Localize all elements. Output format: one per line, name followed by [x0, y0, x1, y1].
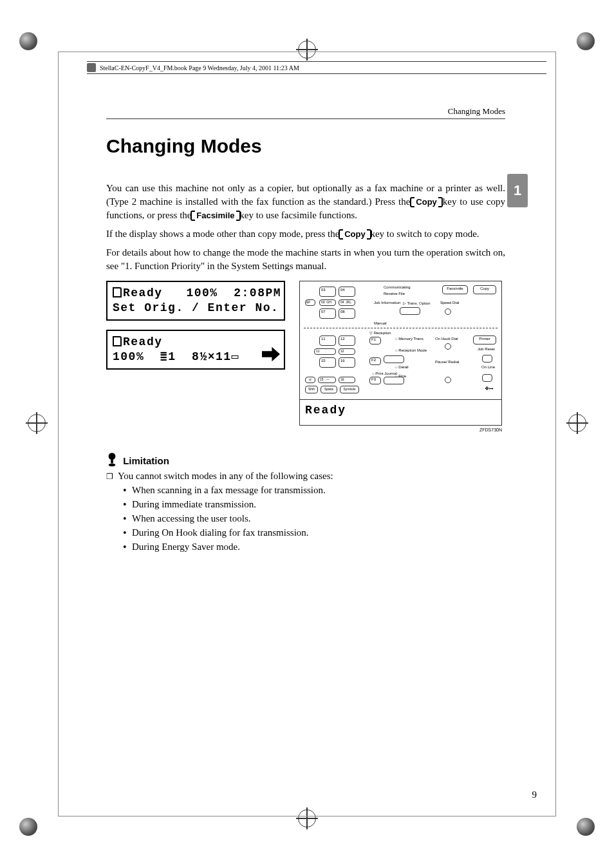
crop-mark-br	[563, 804, 595, 836]
svg-rect-1	[111, 460, 113, 463]
key-12: 12	[339, 335, 355, 346]
list-item: During Energy Saver mode.	[118, 542, 505, 552]
reception-indicator: ▽ Reception	[369, 330, 391, 335]
key-07: 07	[319, 308, 336, 319]
job-reset-label: Job Reset	[478, 347, 495, 351]
registration-mark-right	[566, 412, 588, 434]
control-panel-figure: Communicating Receive File Facsimile Cop…	[299, 281, 502, 432]
list-item: During immediate transmission.	[118, 499, 505, 510]
lcd-fax-mode: Ready 100% 2:08PM Set Orig. / Enter No.	[106, 281, 285, 321]
key-ef: EF	[305, 299, 315, 306]
key-11b: 11	[314, 348, 336, 355]
paragraph-1: You can use this machine not only as a c…	[106, 182, 505, 222]
figure-code: ZFDS730N	[299, 428, 502, 432]
list-item: When accessing the user tools.	[118, 513, 505, 524]
divider	[304, 328, 498, 328]
pause-redial-label: Pause/ Redial	[435, 360, 459, 364]
key-16b: 16	[339, 377, 355, 383]
print-journal-label: ○ Print Journal	[372, 372, 397, 375]
book-icon	[87, 63, 96, 72]
copy-button: Copy	[473, 285, 496, 294]
key-04b: 04 JKL	[339, 299, 355, 306]
crop-mark-tl	[19, 32, 51, 64]
key-15: 15	[319, 357, 336, 368]
control-panel-diagram: Communicating Receive File Facsimile Cop…	[299, 281, 502, 400]
detail-label: ○ Detail	[395, 365, 409, 369]
limitation-intro: You cannot switch modes in any of the fo…	[106, 471, 505, 552]
key-04: 04	[339, 287, 355, 297]
copy-key-label: Copy	[413, 196, 440, 208]
on-line-button	[482, 374, 492, 382]
key-15b: 15 —	[318, 377, 336, 383]
key-f3: F3	[369, 377, 381, 384]
f3-button	[384, 377, 404, 384]
trans-option-label: ▷ Trans. Option	[403, 301, 431, 305]
page-number: 9	[532, 789, 537, 800]
memory-trans-label: ○ Memory Trans.	[395, 337, 424, 341]
shift-key: Shift	[305, 386, 318, 393]
header-rule	[106, 118, 505, 119]
f2-button	[384, 355, 404, 363]
doc-icon	[113, 336, 122, 346]
on-line-label: On Line	[481, 365, 495, 369]
receive-file-label: Receive File	[384, 292, 405, 296]
doc-icon	[113, 287, 122, 297]
list-item: During On Hook dialing for fax transmiss…	[118, 527, 505, 538]
trans-option-button	[400, 307, 420, 315]
chapter-tab: 1	[507, 174, 528, 207]
limitation-list: You cannot switch modes in any of the fo…	[106, 471, 505, 552]
panel-lcd-ready: Ready	[299, 400, 502, 426]
facsimile-key-label: Facsimile	[194, 210, 237, 222]
key-alpha: α	[305, 377, 315, 383]
on-hook-led	[445, 343, 451, 350]
key-03: 03	[319, 287, 336, 297]
communicating-label: Communicating	[384, 285, 411, 289]
printer-button: Printer	[473, 335, 496, 344]
page-content: Changing Modes Changing Modes 1 You can …	[106, 106, 505, 556]
paragraph-3: For details about how to change the mode…	[106, 246, 505, 273]
paragraph-2: If the display shows a mode other than c…	[106, 227, 505, 241]
symbols-key: Symbols	[340, 386, 359, 393]
lcd-displays: Ready 100% 2:08PM Set Orig. / Enter No. …	[106, 281, 285, 432]
manual-label: Manual	[374, 321, 387, 325]
data-icon: ❖↦	[485, 386, 494, 392]
page-title: Changing Modes	[106, 135, 505, 157]
on-hook-label: On Hook Dial	[435, 337, 458, 341]
key-16: 16	[339, 357, 355, 368]
facsimile-button: Facsimile	[442, 285, 468, 294]
job-reset-button	[482, 355, 492, 363]
figure-row: Ready 100% 2:08PM Set Orig. / Enter No. …	[106, 281, 505, 432]
key-f1: F1	[369, 337, 381, 344]
speed-dial-led	[445, 308, 451, 315]
lcd-copy-mode: Ready 100% ≣1 8½×11▭	[106, 330, 285, 370]
registration-mark-left	[26, 412, 48, 434]
header-filename-text: StellaC-EN-CopyF_V4_FM.book Page 9 Wedne…	[100, 64, 299, 71]
key-08: 08	[339, 308, 355, 319]
space-key: Space	[321, 386, 337, 393]
limitation-cases: When scanning in a fax message for trans…	[118, 485, 505, 552]
limitation-icon	[106, 453, 118, 467]
crop-mark-tr	[563, 32, 595, 64]
job-info-label: Job Information	[374, 301, 400, 305]
running-header: Changing Modes	[106, 106, 505, 117]
body-text: You can use this machine not only as a c…	[106, 182, 505, 273]
speed-dial-label: Speed Dial	[440, 301, 459, 305]
limitation-heading: Limitation	[106, 453, 505, 467]
key-11: 11	[319, 335, 336, 346]
pause-led	[445, 377, 451, 383]
reception-mode-label: ○ Reception Mode	[395, 348, 427, 352]
copy-key-label: Copy	[342, 229, 368, 240]
svg-point-2	[109, 464, 116, 467]
crop-mark-bl	[19, 804, 51, 836]
header-filename-line: StellaC-EN-CopyF_V4_FM.book Page 9 Wedne…	[87, 61, 546, 74]
key-f2: F2	[369, 357, 381, 365]
key-03b: 03 GH	[319, 299, 336, 306]
list-item: When scanning in a fax message for trans…	[118, 485, 505, 496]
svg-point-0	[109, 453, 116, 460]
key-12b: 12	[339, 348, 355, 355]
